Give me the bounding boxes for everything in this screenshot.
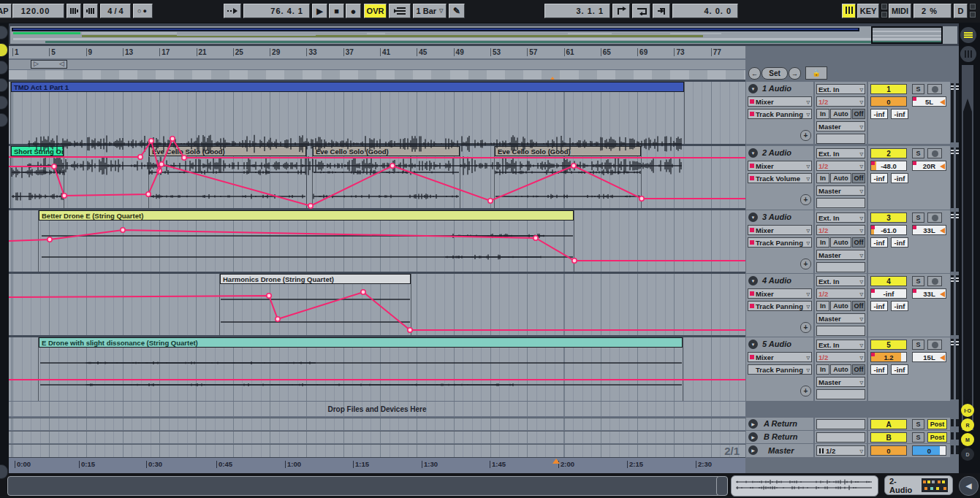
output-chooser[interactable]: Master▽ (816, 250, 865, 260)
arm-button[interactable] (927, 340, 942, 350)
browser-tab-button[interactable] (0, 96, 8, 110)
overdub-button[interactable]: OVR (364, 4, 387, 18)
monitor-in-button[interactable]: In (816, 109, 829, 119)
quantization-chooser[interactable]: 1 Bar▽ (413, 4, 447, 18)
volume-field[interactable]: -48.0 (870, 161, 907, 171)
track-name[interactable]: A Return (764, 419, 797, 428)
track-activator[interactable]: 1 (870, 84, 907, 94)
beat-time-ruler[interactable]: 1591317212529333741454953576165697377 (9, 46, 745, 59)
output-chooser[interactable]: Master▽ (816, 377, 865, 387)
punch-in-button[interactable] (612, 4, 630, 18)
output-channel-box[interactable] (816, 326, 865, 336)
browser-tab-button[interactable] (0, 26, 8, 39)
track-header[interactable]: ▼ 1 Audio Mixer▽ Track Panning▽ + Ext. I… (746, 82, 958, 144)
loop-start-field[interactable]: 3. 1. 1 (544, 4, 610, 18)
follow-button[interactable] (224, 4, 241, 18)
track-fold-button[interactable]: ▼ (748, 148, 758, 158)
tempo-field[interactable]: 120.00 (12, 4, 64, 18)
track-activator[interactable]: 2 (870, 148, 907, 158)
input-type-chooser[interactable]: Ext. In▽ (816, 340, 865, 350)
track-activator[interactable]: 5 (870, 340, 907, 350)
return-track-header[interactable]: ▶ A Return A S Post (746, 418, 958, 430)
next-locator-button[interactable]: → (789, 67, 801, 80)
track-name[interactable]: 3 Audio (762, 212, 791, 221)
output-channel-box[interactable] (816, 262, 865, 272)
input-type-chooser[interactable]: Ext. In▽ (816, 276, 865, 286)
audio-clip[interactable]: Short String Orc (10, 146, 64, 210)
monitor-auto-button[interactable]: Auto (830, 173, 851, 183)
meter-peak-left[interactable]: -inf (870, 301, 888, 311)
draw-mode-button[interactable]: ✎ (449, 4, 465, 18)
return-lane-b[interactable] (9, 431, 745, 443)
monitor-in-button[interactable]: In (816, 173, 829, 183)
browser-tab-button[interactable] (0, 78, 8, 92)
track-lane[interactable]: Short String OrcEve Cello Solo (Good)Eve… (9, 146, 745, 210)
arrangement-view-selector[interactable] (960, 27, 976, 43)
clip-title[interactable]: TMD Act 1 Part 1 (11, 82, 684, 92)
master-lane[interactable]: 2/1 (9, 444, 745, 457)
monitor-off-button[interactable]: Off (852, 237, 865, 248)
track-name[interactable]: 1 Audio (762, 84, 791, 93)
metronome-button[interactable]: ○● (133, 4, 153, 18)
clip-title[interactable]: Eve Cello Solo (Good) (495, 146, 641, 156)
device-chooser[interactable]: Mixer▽ (748, 288, 812, 299)
solo-button[interactable]: S (912, 84, 924, 94)
automation-param-chooser[interactable]: Track Volume▽ (748, 173, 812, 183)
add-automation-lane-button[interactable]: + (800, 386, 811, 397)
clip-title[interactable]: Better Drone E (String Quartet) (39, 210, 574, 221)
audio-clip[interactable]: Harmonics Drone (String Quartet) (219, 274, 411, 337)
vertical-scrollbar[interactable] (962, 65, 973, 430)
master-volume-field[interactable]: 0 (870, 445, 907, 456)
mixer-section-toggle[interactable]: M (961, 433, 974, 446)
output-chooser[interactable]: Master▽ (816, 313, 865, 323)
prev-locator-button[interactable]: ← (748, 67, 761, 80)
monitor-off-button[interactable]: Off (852, 364, 865, 375)
volume-field[interactable]: 0 (870, 96, 907, 107)
track-activator[interactable]: 4 (870, 276, 907, 286)
solo-button[interactable]: S (912, 419, 924, 429)
track-name[interactable]: 4 Audio (762, 276, 791, 285)
clip-overview-preview[interactable] (731, 475, 878, 497)
track-header[interactable]: ▼ 4 Audio Mixer▽ Track Panning▽ + Ext. I… (746, 274, 958, 337)
return-lane-a[interactable] (9, 418, 745, 430)
track-fold-button[interactable]: ▶ (748, 432, 758, 442)
input-type-chooser[interactable]: Ext. In▽ (816, 84, 865, 94)
clip-title[interactable]: E Drone with slight dissonance (String Q… (39, 337, 683, 348)
solo-button[interactable]: S (912, 276, 924, 286)
pan-field[interactable]: 33L (912, 288, 946, 299)
monitor-auto-button[interactable]: Auto (830, 364, 851, 375)
io-section-toggle[interactable]: I·O (961, 404, 974, 417)
audio-clip[interactable]: E Drone with slight dissonance (String Q… (38, 337, 683, 401)
device-chooser[interactable]: Mixer▽ (748, 161, 812, 171)
browser-tab-button[interactable] (0, 113, 8, 127)
session-view-selector[interactable] (960, 46, 976, 62)
input-type-chooser[interactable]: Ext. In▽ (816, 212, 865, 223)
track-fold-button[interactable]: ▼ (748, 340, 758, 349)
track-lane[interactable]: TMD Act 1 Part 1 (9, 82, 745, 144)
loop-length-field[interactable]: 4. 0. 0 (672, 4, 738, 18)
master-track-header[interactable]: ▶Master1/2▽00 (746, 444, 958, 457)
arm-button[interactable] (927, 84, 942, 94)
meter-peak-left[interactable]: -inf (870, 237, 888, 248)
meter-peak-right[interactable]: -inf (891, 109, 908, 119)
pre-post-toggle[interactable]: Post (927, 419, 947, 429)
nudge-down-button[interactable] (67, 4, 81, 18)
overview-view-box[interactable] (871, 26, 943, 44)
arrangement-position-field[interactable]: 76. 4. 1 (243, 4, 310, 18)
key-map-mode-button[interactable]: KEY (857, 4, 879, 18)
track-lane[interactable]: Harmonics Drone (String Quartet) (9, 274, 745, 337)
show-detail-view-button[interactable]: ◀ (959, 476, 979, 496)
clip-title[interactable]: Short String Orc (11, 146, 64, 156)
automation-param-chooser[interactable]: Track Panning▽ (748, 364, 812, 375)
meter-peak-right[interactable]: -inf (891, 301, 908, 311)
delay-section-toggle[interactable]: D (961, 448, 974, 461)
automation-param-chooser[interactable]: Track Panning▽ (748, 237, 812, 248)
output-chooser[interactable]: Master▽ (816, 121, 865, 131)
punch-out-button[interactable] (653, 4, 670, 18)
monitor-in-button[interactable]: In (816, 364, 829, 375)
track-name[interactable]: Master (768, 446, 794, 455)
automation-param-chooser[interactable]: Track Panning▽ (748, 109, 812, 119)
input-channel-chooser[interactable]: 1/2▽ (816, 161, 865, 171)
arm-button[interactable] (927, 148, 942, 158)
set-locator-button[interactable]: Set (761, 67, 788, 80)
